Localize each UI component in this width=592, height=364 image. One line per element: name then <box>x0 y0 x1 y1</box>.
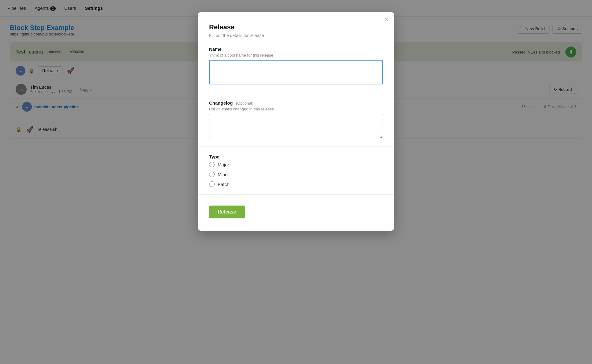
release-modal: × Release Fill out the details for relea… <box>198 12 394 231</box>
changelog-hint: List of what's changed in this release <box>209 107 383 111</box>
radio-minor-label: Minor <box>218 172 229 177</box>
modal-divider-2 <box>198 147 394 147</box>
modal-close-button[interactable]: × <box>385 17 388 23</box>
type-label: Type <box>209 154 383 159</box>
radio-group: Major Minor Patch <box>209 162 383 187</box>
name-input[interactable] <box>209 60 383 84</box>
modal-divider-3 <box>198 194 394 195</box>
changelog-input[interactable] <box>209 114 383 138</box>
name-hint: Think of a cool name for this release <box>209 53 383 58</box>
radio-minor-input[interactable] <box>209 172 215 177</box>
modal-title: Release <box>209 23 383 31</box>
radio-minor[interactable]: Minor <box>209 172 383 177</box>
name-label: Name <box>209 46 383 52</box>
radio-patch[interactable]: Patch <box>209 181 383 187</box>
radio-major-label: Major <box>218 162 229 167</box>
type-form-group: Type Major Minor Patch <box>209 154 383 187</box>
optional-label: (Optional) <box>236 101 253 106</box>
modal-divider-1 <box>198 93 394 93</box>
radio-major[interactable]: Major <box>209 162 383 167</box>
radio-major-input[interactable] <box>209 162 215 167</box>
modal-subtitle: Fill out the details for release <box>209 33 383 38</box>
radio-patch-label: Patch <box>218 182 229 187</box>
changelog-form-group: Changelog (Optional) List of what's chan… <box>209 100 383 139</box>
release-submit-button[interactable]: Release <box>209 206 245 218</box>
radio-patch-input[interactable] <box>209 181 215 187</box>
changelog-label: Changelog (Optional) <box>209 100 383 106</box>
modal-overlay[interactable]: × Release Fill out the details for relea… <box>0 0 592 364</box>
name-form-group: Name Think of a cool name for this relea… <box>209 46 383 85</box>
app-shell: Pipelines Agents2 Users Settings Block S… <box>0 0 592 364</box>
